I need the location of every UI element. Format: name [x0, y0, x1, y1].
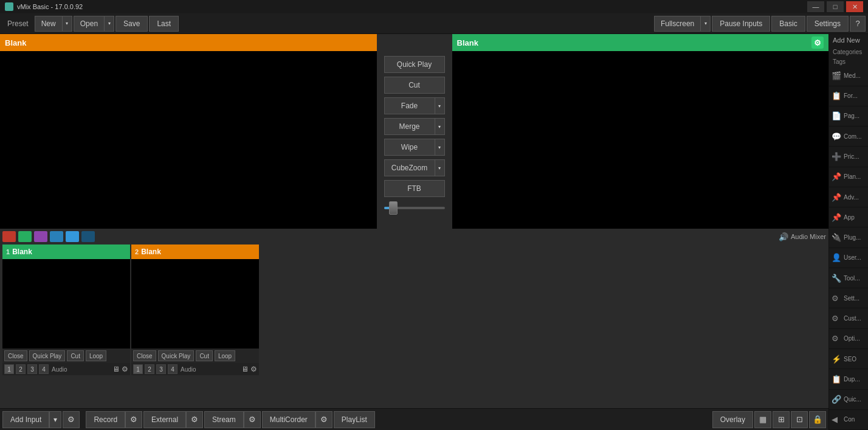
quick-play-button[interactable]: Quick Play [384, 56, 445, 73]
sidebar-item-seo[interactable]: ⚡ SEO [829, 349, 868, 369]
merge-button[interactable]: Merge ▾ [384, 118, 445, 135]
input-card-2-numbers: 1 2 3 4 Audio 🖥 ⚙ [131, 363, 259, 375]
sidebar-item-users[interactable]: 👤 User... [829, 248, 868, 268]
open-arrow: ▾ [104, 16, 114, 32]
input-2-num-2[interactable]: 2 [145, 364, 154, 374]
color-button-darkblue[interactable] [81, 231, 95, 242]
sidebar-item-plans[interactable]: 📌 Plan... [829, 167, 868, 187]
app-icon [5, 2, 13, 11]
multicorder-button[interactable]: MultiCorder [262, 411, 315, 428]
sidebar-item-plug[interactable]: 🔌 Plug... [829, 227, 868, 248]
color-button-lightblue[interactable] [66, 231, 79, 242]
stream-gear[interactable]: ⚙ [244, 411, 261, 428]
input-1-num-3[interactable]: 3 [27, 364, 37, 374]
sidebar-item-con[interactable]: ◀ Con [829, 410, 868, 430]
color-button-red[interactable] [2, 231, 16, 242]
sidebar-item-media[interactable]: 🎬 Med... [829, 66, 868, 86]
input-2-quickplay-btn[interactable]: Quick Play [158, 350, 195, 361]
cubezoom-arrow: ▾ [435, 159, 444, 176]
add-input-arrow[interactable]: ▾ [49, 411, 61, 428]
pause-inputs-button[interactable]: Pause Inputs [712, 16, 770, 32]
external-button[interactable]: External [143, 411, 186, 428]
ftb-button[interactable]: FTB [384, 180, 445, 197]
open-button[interactable]: Open ▾ [74, 16, 114, 32]
input-2-cut-btn[interactable]: Cut [196, 350, 213, 361]
fade-button[interactable]: Fade ▾ [384, 97, 445, 114]
input-1-close-btn[interactable]: Close [4, 350, 27, 361]
input-1-settings-icon[interactable]: ⚙ [122, 365, 128, 373]
sidebar-item-quick-label: Quic... [844, 396, 861, 403]
save-button[interactable]: Save [115, 16, 148, 32]
sidebar-item-quick[interactable]: 🔗 Quic... [829, 390, 868, 410]
input-card-1-video [2, 259, 130, 349]
input-1-monitor-icon[interactable]: 🖥 [112, 365, 120, 373]
wipe-button[interactable]: Wipe ▾ [384, 139, 445, 156]
input-1-loop-btn[interactable]: Loop [86, 350, 106, 361]
sidebar-item-dup[interactable]: 📋 Dup... [829, 369, 868, 389]
color-button-blue[interactable] [50, 231, 63, 242]
basic-button[interactable]: Basic [771, 16, 805, 32]
media-icon: 🎬 [832, 71, 841, 80]
multicorder-gear[interactable]: ⚙ [315, 411, 332, 428]
sidebar-item-forms[interactable]: 📋 For... [829, 86, 868, 106]
input-2-num-1[interactable]: 1 [133, 364, 143, 374]
sidebar-item-pricing-label: Pric... [844, 153, 859, 160]
main-gear-button[interactable]: ⚙ [63, 411, 80, 428]
audio-mixer-area[interactable]: 🔊 Audio Mixer [779, 232, 826, 241]
input-1-num-2[interactable]: 2 [16, 364, 26, 374]
input-1-quickplay-btn[interactable]: Quick Play [29, 350, 66, 361]
merge-label: Merge [385, 122, 435, 131]
sidebar-item-options[interactable]: ⚙ Opti... [829, 329, 868, 349]
sidebar-item-pricing[interactable]: ➕ Pric... [829, 147, 868, 167]
input-2-monitor-icon[interactable]: 🖥 [241, 365, 249, 373]
stream-button[interactable]: Stream [204, 411, 244, 428]
maximize-button[interactable]: □ [827, 1, 844, 12]
settings-button[interactable]: Settings [807, 16, 849, 32]
sidebar-item-settings[interactable]: ⚙ Sett... [829, 288, 868, 308]
input-2-num-4[interactable]: 4 [168, 364, 177, 374]
color-button-purple[interactable] [34, 231, 47, 242]
sidebar-item-plans-label: Plan... [844, 173, 861, 180]
close-button[interactable]: ✕ [846, 1, 863, 12]
input-1-cut-btn[interactable]: Cut [67, 350, 84, 361]
sidebar-item-app[interactable]: 📌 App [829, 207, 868, 227]
overlay-lock-icon[interactable]: 🔒 [809, 411, 826, 428]
input-1-num-1[interactable]: 1 [4, 364, 14, 374]
cubezoom-label: CubeZoom [385, 164, 435, 172]
cut-button[interactable]: Cut [384, 77, 445, 94]
record-gear[interactable]: ⚙ [125, 411, 142, 428]
sidebar-categories-label: Categories [829, 46, 868, 56]
external-gear[interactable]: ⚙ [186, 411, 203, 428]
overlay-grid-icon[interactable]: ⊞ [773, 411, 790, 428]
last-button[interactable]: Last [149, 16, 179, 32]
input-1-num-4[interactable]: 4 [39, 364, 49, 374]
new-button[interactable]: New ▾ [35, 16, 72, 32]
sidebar-item-com[interactable]: 💬 Com... [829, 127, 868, 147]
program-gear-button[interactable]: ⚙ [811, 36, 824, 49]
overlay-chart-icon[interactable]: ▦ [754, 411, 771, 428]
options-icon: ⚙ [832, 334, 841, 343]
sidebar-item-custom[interactable]: ⚙ Cust... [829, 308, 868, 328]
input-2-num-3[interactable]: 3 [156, 364, 166, 374]
sidebar-item-adv[interactable]: 📌 Adv... [829, 187, 868, 207]
minimize-button[interactable]: — [807, 1, 824, 12]
com-icon: 💬 [832, 132, 841, 141]
sidebar-item-pages[interactable]: 📄 Pag... [829, 106, 868, 127]
overlay-fullscreen-icon[interactable]: ⊡ [791, 411, 808, 428]
overlay-button[interactable]: Overlay [712, 411, 753, 428]
fullscreen-button[interactable]: Fullscreen ▾ [654, 16, 711, 32]
wipe-label: Wipe [385, 143, 435, 151]
help-button[interactable]: ? [850, 16, 866, 32]
input-2-close-btn[interactable]: Close [133, 350, 156, 361]
slider-thumb[interactable] [389, 201, 398, 215]
record-button[interactable]: Record [86, 411, 125, 428]
cubezoom-button[interactable]: CubeZoom ▾ [384, 159, 445, 176]
color-button-green[interactable] [18, 231, 32, 242]
overlay-buttons: Overlay ▦ ⊞ ⊡ 🔒 [712, 411, 826, 428]
add-input-button[interactable]: Add Input [2, 411, 49, 428]
transition-slider-track[interactable] [384, 207, 445, 209]
sidebar-item-tools[interactable]: 🔧 Tool... [829, 268, 868, 288]
input-2-loop-btn[interactable]: Loop [215, 350, 235, 361]
input-2-settings-icon[interactable]: ⚙ [250, 365, 257, 373]
playlist-button[interactable]: PlayList [334, 411, 375, 428]
